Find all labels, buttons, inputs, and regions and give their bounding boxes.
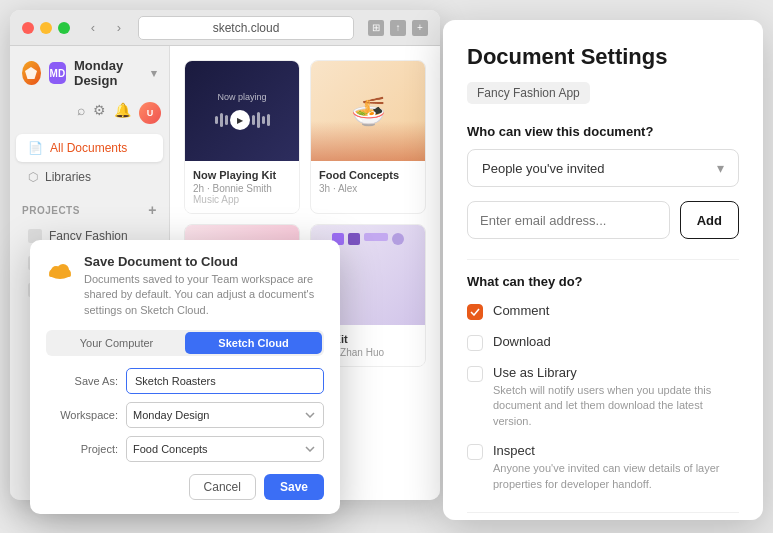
add-button[interactable]: Add (680, 201, 739, 239)
header-toolbar: ⌕ ⚙ 🔔 U (10, 98, 169, 128)
dialog-header: Save Document to Cloud Documents saved t… (46, 254, 324, 318)
divider (467, 259, 739, 260)
browser-nav-buttons: ‹ › (82, 17, 130, 39)
download-checkbox[interactable] (467, 335, 483, 351)
view-option-select[interactable]: People you've invited ▾ (467, 149, 739, 187)
card-info: Now Playing Kit 2h · Bonnie Smith Music … (185, 161, 299, 213)
save-to-cloud-dialog: Save Document to Cloud Documents saved t… (30, 240, 340, 514)
libraries-icon: ⬡ (28, 170, 38, 184)
download-checkbox-row: Download (467, 334, 739, 351)
close-button[interactable] (22, 22, 34, 34)
library-checkbox[interactable] (467, 366, 483, 382)
search-icon[interactable]: ⌕ (77, 102, 85, 124)
settings-doc-badge: Fancy Fashion App (467, 82, 590, 104)
card-info: Food Concepts 3h · Alex (311, 161, 425, 202)
project-select[interactable]: Food Concepts (126, 436, 324, 462)
projects-section-title: PROJECTS + (10, 192, 169, 222)
fullscreen-button[interactable] (58, 22, 70, 34)
local-storage-button[interactable]: Your Computer (48, 332, 185, 354)
dialog-text: Save Document to Cloud Documents saved t… (84, 254, 324, 318)
share-icon: ↑ (390, 20, 406, 36)
workspace-row: Workspace: Monday Design (46, 402, 324, 428)
view-section-label: Who can view this document? (467, 124, 739, 139)
lock-icon: ⊞ (368, 20, 384, 36)
sidebar-item-libraries[interactable]: ⬡ Libraries (16, 163, 163, 191)
back-button[interactable]: ‹ (82, 17, 104, 39)
tab-icon: + (412, 20, 428, 36)
storage-toggle[interactable]: Your Computer Sketch Cloud (46, 330, 324, 356)
workspace-select[interactable]: Monday Design (126, 402, 324, 428)
comment-checkbox[interactable] (467, 304, 483, 320)
card-thumbnail: Now playing ▶ (185, 61, 299, 161)
address-bar[interactable]: sketch.cloud (138, 16, 354, 40)
settings-footer: Cancel Save Changes (467, 512, 739, 520)
svg-rect-4 (49, 273, 71, 277)
sidebar-top: MD Monday Design ▾ (10, 58, 169, 98)
inspect-checkbox-row: Inspect Anyone you've invited can view d… (467, 443, 739, 492)
svg-marker-0 (25, 67, 37, 79)
cloud-icon (46, 256, 74, 284)
dialog-cancel-button[interactable]: Cancel (189, 474, 256, 500)
document-card-food[interactable]: 🍜 Food Concepts 3h · Alex (310, 60, 426, 214)
browser-titlebar: ‹ › sketch.cloud ⊞ ↑ + (10, 10, 440, 46)
settings-title: Document Settings (467, 44, 739, 70)
minimize-button[interactable] (40, 22, 52, 34)
card-thumbnail: 🍜 (311, 61, 425, 161)
notifications-icon[interactable]: 🔔 (114, 102, 131, 124)
library-checkbox-row: Use as Library Sketch will notify users … (467, 365, 739, 429)
inspect-checkbox[interactable] (467, 444, 483, 460)
document-settings-panel: Document Settings Fancy Fashion App Who … (443, 20, 763, 520)
traffic-lights (22, 22, 70, 34)
waveform: ▶ (215, 110, 270, 130)
chevron-down-icon: ▾ (717, 160, 724, 176)
add-project-icon[interactable]: + (148, 202, 157, 218)
save-as-row: Save As: (46, 368, 324, 394)
workspace-badge: MD (49, 62, 66, 84)
email-input[interactable] (467, 201, 670, 239)
dialog-actions: Cancel Save (46, 474, 324, 500)
browser-actions: ⊞ ↑ + (368, 20, 428, 36)
dialog-save-button[interactable]: Save (264, 474, 324, 500)
sidebar-item-all-documents[interactable]: 📄 All Documents (16, 134, 163, 162)
save-as-input[interactable] (126, 368, 324, 394)
workspace-name[interactable]: Monday Design ▾ (74, 58, 157, 88)
email-invite-row: Add (467, 201, 739, 239)
project-row: Project: Food Concepts (46, 436, 324, 462)
sketch-logo (22, 61, 41, 85)
document-card-now-playing[interactable]: Now playing ▶ (184, 60, 300, 214)
forward-button[interactable]: › (108, 17, 130, 39)
cloud-storage-button[interactable]: Sketch Cloud (185, 332, 322, 354)
comment-checkbox-row: Comment (467, 303, 739, 320)
settings-icon[interactable]: ⚙ (93, 102, 106, 124)
documents-icon: 📄 (28, 141, 43, 155)
user-avatar[interactable]: U (139, 102, 161, 124)
can-do-label: What can they do? (467, 274, 739, 289)
